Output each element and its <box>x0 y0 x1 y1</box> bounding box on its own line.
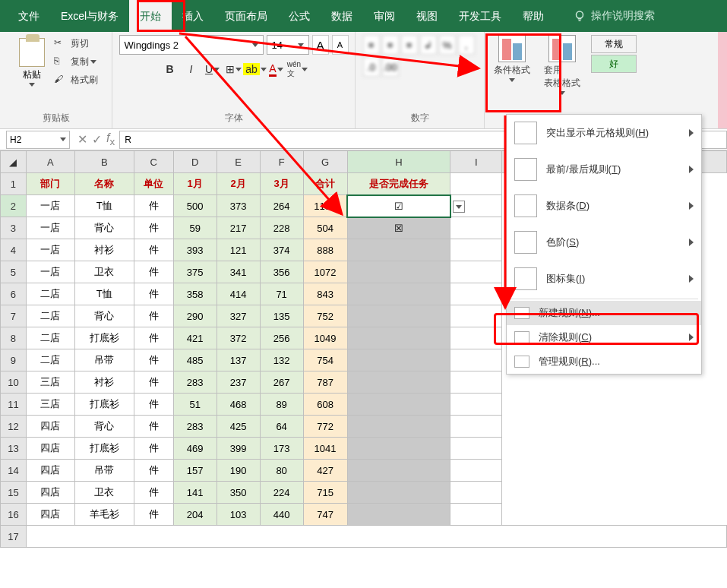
format-as-table-button[interactable]: 套用 表格格式 <box>539 35 585 95</box>
cell[interactable]: 背心 <box>74 305 134 327</box>
cell[interactable]: 440 <box>260 504 303 526</box>
cut-button[interactable]: ✂剪切 <box>54 35 98 52</box>
align-button[interactable]: ≡ <box>382 35 399 55</box>
cell[interactable] <box>450 283 502 305</box>
fill-color-button[interactable]: ab <box>245 59 265 79</box>
cell[interactable]: 吊带 <box>74 349 134 371</box>
cell[interactable] <box>347 482 450 504</box>
tab-excelfin[interactable]: Excel与财务 <box>50 0 129 32</box>
cell[interactable] <box>450 327 502 349</box>
row-header[interactable]: 12 <box>1 416 27 438</box>
dec-dec-button[interactable]: .00 <box>382 57 399 77</box>
cell[interactable]: 500 <box>173 195 217 217</box>
cell[interactable]: 件 <box>134 438 173 460</box>
cell[interactable]: 打底衫 <box>74 394 134 416</box>
cell[interactable]: 121 <box>217 239 260 261</box>
cell[interactable] <box>347 261 450 283</box>
cell[interactable] <box>347 283 450 305</box>
border-button[interactable]: ⊞ <box>224 59 244 79</box>
cell[interactable]: 373 <box>217 195 260 217</box>
menu-item-colorscale[interactable]: 色阶(S) <box>507 224 701 261</box>
cell[interactable]: 三店 <box>26 371 74 394</box>
cell[interactable]: 772 <box>303 416 347 438</box>
cell[interactable]: 375 <box>173 261 217 283</box>
align-button[interactable]: ≡ <box>363 35 380 55</box>
cell[interactable] <box>347 327 450 349</box>
cell[interactable]: 件 <box>134 460 173 482</box>
cell[interactable]: 327 <box>217 305 260 327</box>
cell[interactable]: 425 <box>217 416 260 438</box>
cell[interactable]: 137 <box>217 349 260 371</box>
cell[interactable] <box>502 504 727 526</box>
cell[interactable]: 二店 <box>26 349 74 371</box>
cell[interactable]: 283 <box>173 371 217 394</box>
cell[interactable]: 一店 <box>26 261 74 283</box>
increase-font-button[interactable]: A <box>312 35 329 55</box>
cell[interactable]: 背心 <box>74 217 134 239</box>
cell[interactable]: 237 <box>217 371 260 394</box>
cell[interactable]: 89 <box>260 394 303 416</box>
tab-formulas[interactable]: 公式 <box>278 0 321 32</box>
cell[interactable]: 59 <box>173 217 217 239</box>
cell[interactable]: 132 <box>260 349 303 371</box>
cell[interactable]: 421 <box>173 327 217 349</box>
cell[interactable]: 393 <box>173 239 217 261</box>
cell[interactable] <box>450 460 502 482</box>
cell[interactable]: 504 <box>303 217 347 239</box>
cell[interactable]: 103 <box>217 504 260 526</box>
cell[interactable] <box>347 349 450 371</box>
menu-item-toprule[interactable]: 最前/最后规则(T) <box>507 151 701 188</box>
cell[interactable]: 件 <box>134 195 173 217</box>
cell[interactable]: 341 <box>217 261 260 283</box>
cell[interactable] <box>450 305 502 327</box>
cell[interactable]: 一店 <box>26 217 74 239</box>
row-header[interactable]: 4 <box>1 239 27 261</box>
cell[interactable]: 吊带 <box>74 460 134 482</box>
cell[interactable] <box>450 482 502 504</box>
cell[interactable]: 羊毛衫 <box>74 504 134 526</box>
cell[interactable]: 四店 <box>26 482 74 504</box>
menu-item-new[interactable]: 新建规则(N)... <box>507 301 701 325</box>
font-size-combo[interactable]: 14 <box>267 35 309 55</box>
enter-icon[interactable]: ✓ <box>92 132 102 147</box>
conditional-formatting-button[interactable]: 条件格式 <box>489 35 535 95</box>
row-header[interactable]: 8 <box>1 327 27 349</box>
cell[interactable]: 267 <box>260 371 303 394</box>
cell[interactable]: 件 <box>134 327 173 349</box>
cell[interactable]: ☒ <box>347 217 450 239</box>
comma-button[interactable]: , <box>458 35 475 55</box>
cell[interactable] <box>26 526 726 548</box>
cell[interactable] <box>347 371 450 394</box>
col-header[interactable]: C <box>134 151 173 173</box>
row-header[interactable]: 7 <box>1 305 27 327</box>
cell[interactable] <box>502 438 727 460</box>
row-header[interactable]: 13 <box>1 438 27 460</box>
cell[interactable]: 件 <box>134 504 173 526</box>
cell[interactable]: 一店 <box>26 239 74 261</box>
row-header[interactable]: 15 <box>1 482 27 504</box>
cell[interactable]: 290 <box>173 305 217 327</box>
cell[interactable]: 四店 <box>26 460 74 482</box>
cell[interactable]: 224 <box>260 482 303 504</box>
cell[interactable]: 157 <box>173 460 217 482</box>
cell[interactable]: 608 <box>303 394 347 416</box>
cell[interactable] <box>347 416 450 438</box>
copy-button[interactable]: ⎘复制 <box>54 53 98 70</box>
font-color-button[interactable]: A <box>267 59 286 79</box>
cell[interactable]: 合计 <box>303 173 347 195</box>
tab-help[interactable]: 帮助 <box>512 0 555 32</box>
bold-button[interactable]: B <box>160 59 180 79</box>
decrease-font-button[interactable]: A <box>332 35 349 55</box>
cell[interactable]: 356 <box>260 261 303 283</box>
tab-home[interactable]: 开始 <box>129 0 172 32</box>
cell[interactable] <box>347 460 450 482</box>
paste-button[interactable]: 粘贴 <box>14 35 49 90</box>
cell[interactable]: 80 <box>260 460 303 482</box>
row-header[interactable]: 16 <box>1 504 27 526</box>
fx-icon[interactable]: fx <box>106 131 115 147</box>
cell[interactable]: 1072 <box>303 261 347 283</box>
cell[interactable]: 件 <box>134 371 173 394</box>
inc-dec-button[interactable]: .0 <box>363 57 380 77</box>
row-header[interactable]: 6 <box>1 283 27 305</box>
cell[interactable] <box>502 460 727 482</box>
